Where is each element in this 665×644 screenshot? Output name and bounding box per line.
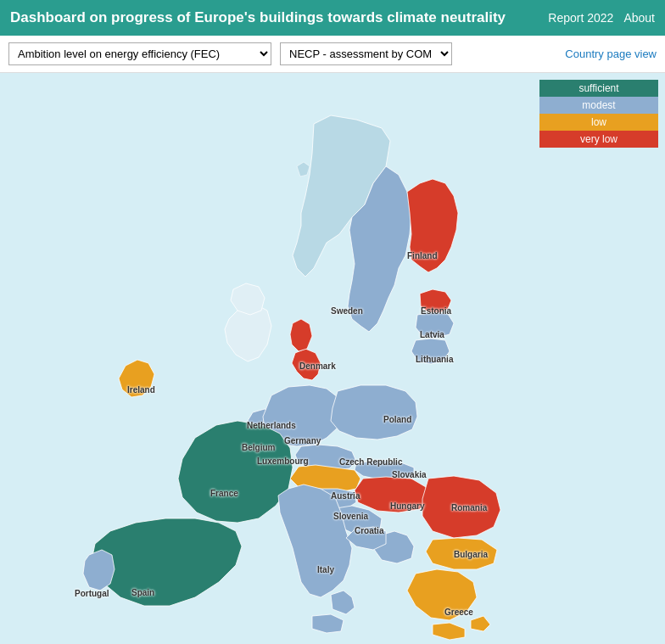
header-links: Report 2022 About	[548, 11, 655, 25]
page-title: Dashboard on progress of Europe's buildi…	[10, 9, 548, 26]
legend: sufficient modest low very low	[539, 80, 658, 148]
country-page-link[interactable]: Country page view	[565, 48, 657, 60]
header: Dashboard on progress of Europe's buildi…	[0, 0, 665, 36]
necp-dropdown[interactable]: NECP - assessment by COM	[280, 42, 452, 65]
ambition-dropdown[interactable]: Ambition level on energy efficiency (FEC…	[8, 42, 271, 65]
legend-low: low	[539, 114, 658, 131]
legend-modest: modest	[539, 97, 658, 114]
legend-very-low: very low	[539, 131, 658, 148]
map-container: Finland Sweden Estonia Latvia Lithuania …	[0, 73, 665, 644]
legend-sufficient: sufficient	[539, 80, 658, 97]
about-link[interactable]: About	[623, 11, 655, 25]
report-link[interactable]: Report 2022	[548, 11, 613, 25]
controls-bar: Ambition level on energy efficiency (FEC…	[0, 36, 665, 73]
